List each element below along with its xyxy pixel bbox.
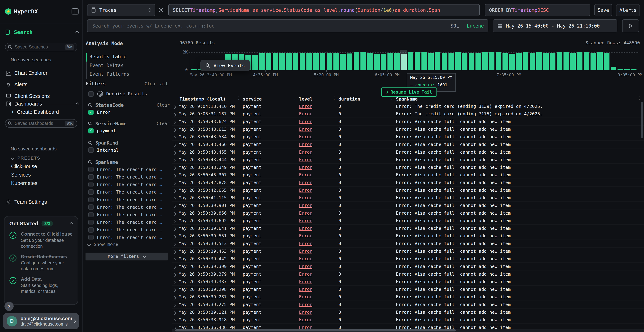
column-grip-icon[interactable]: ⋮ [332, 96, 336, 100]
row-expand-chevron-icon[interactable] [174, 182, 176, 185]
get-started-item[interactable]: Connect to ClickHouseSet up your databas… [10, 231, 73, 249]
checkbox-unchecked[interactable] [88, 204, 94, 210]
chevron-up-icon[interactable] [70, 222, 73, 225]
table-row[interactable]: May 26 8:50:39.275 PMpaymentError0Error:… [172, 301, 644, 308]
filter-option[interactable]: Error [88, 109, 170, 116]
filter-option[interactable]: Error: The credit card … [88, 196, 170, 203]
histogram-chart[interactable] [191, 51, 638, 70]
filter-option[interactable]: Error: The credit card … [88, 166, 170, 173]
filter-option[interactable]: Error: The credit card … [88, 188, 170, 196]
table-row[interactable]: May 26 8:50:43.349 PMpaymentError0Error:… [172, 164, 644, 171]
row-expand-chevron-icon[interactable] [174, 242, 176, 246]
checkbox-unchecked[interactable] [88, 182, 94, 187]
checkbox-unchecked[interactable] [88, 212, 94, 218]
run-query-button[interactable] [622, 19, 639, 32]
filter-option[interactable]: payment [88, 127, 170, 134]
table-row[interactable]: May 26 8:50:39.513 PMpaymentError0Error:… [172, 240, 644, 248]
column-grip-icon[interactable]: ⋮ [236, 96, 240, 100]
checkbox-unchecked[interactable] [88, 220, 94, 225]
row-expand-chevron-icon[interactable] [174, 189, 176, 193]
help-button[interactable]: ? [4, 302, 14, 311]
table-row[interactable]: May 26 9:04:18.410 PMpaymentError0Error:… [172, 103, 644, 110]
sidebar-item-chart-explorer[interactable]: Chart Explorer [5, 69, 78, 77]
table-row[interactable]: May 26 8:50:42.655 PMpaymentError0Error:… [172, 186, 644, 194]
view-events-button[interactable]: View Events [200, 60, 250, 71]
save-button[interactable]: Save [594, 4, 612, 16]
source-select[interactable]: Traces [87, 4, 155, 16]
horizontal-scrollbar[interactable] [175, 329, 456, 331]
get-started-item[interactable]: Create Data SourcesConfigure where your … [10, 254, 73, 272]
table-row[interactable]: May 26 8:50:42.878 PMpaymentError0Error:… [172, 179, 644, 186]
clear-all-link[interactable]: Clear all [144, 82, 168, 86]
table-row[interactable]: May 26 8:50:39.692 PMpaymentError0Error:… [172, 217, 644, 225]
column-header-duration[interactable]: ⋮duration [332, 95, 389, 103]
checkbox-unchecked[interactable] [88, 227, 94, 232]
row-expand-chevron-icon[interactable] [174, 326, 176, 329]
resume-live-tail-button[interactable]: ⚡ Resume Live Tail [381, 88, 437, 97]
table-row[interactable]: May 26 8:50:39.298 PMpaymentError0Error:… [172, 286, 644, 293]
analysis-mode-results-table[interactable]: Results Table [90, 52, 126, 61]
sidebar-item-client-sessions[interactable]: Client Sessions [5, 92, 78, 100]
denoise-checkbox[interactable] [88, 91, 94, 96]
filter-option[interactable]: Error: The credit card … [88, 181, 170, 188]
get-started-item[interactable]: Add DataStart sending logs, metrics, or … [10, 276, 73, 294]
row-expand-chevron-icon[interactable] [174, 105, 176, 109]
row-expand-chevron-icon[interactable] [174, 174, 176, 178]
search-bar[interactable]: SQL | Lucene [87, 19, 488, 32]
row-expand-chevron-icon[interactable] [174, 128, 176, 132]
table-row[interactable]: May 26 8:50:39.337 PMpaymentError0Error:… [172, 278, 644, 286]
column-grip-icon[interactable]: ⋮ [638, 96, 642, 100]
table-row[interactable]: May 26 9:03:31.187 PMpaymentError0Error:… [172, 110, 644, 118]
analysis-mode-event-deltas[interactable]: Event Deltas [90, 61, 124, 70]
filter-option[interactable]: Error: The credit card … [88, 219, 170, 226]
lang-toggle-sql[interactable]: SQL [450, 23, 459, 28]
preset-services[interactable]: Services [11, 172, 31, 178]
table-row[interactable]: May 26 8:50:43.444 PMpaymentError0Error:… [172, 156, 644, 164]
more-filters-button[interactable]: More filters [86, 252, 168, 260]
row-expand-chevron-icon[interactable] [174, 113, 176, 117]
checkbox-unchecked[interactable] [88, 235, 94, 240]
row-expand-chevron-icon[interactable] [174, 281, 176, 284]
table-row[interactable]: May 26 8:50:36.436 PMpaymentError0Error:… [172, 324, 644, 329]
row-expand-chevron-icon[interactable] [174, 144, 176, 147]
sidebar-item-search[interactable]: Search [5, 29, 78, 36]
checkbox-unchecked[interactable] [88, 167, 94, 172]
column-header-timestamp-local-[interactable]: Timestamp (Local) [172, 95, 236, 103]
create-dashboard-button[interactable]: + Create Dashboard [11, 108, 78, 116]
table-row[interactable]: May 26 8:50:39.641 PMpaymentError0Error:… [172, 225, 644, 232]
sql-select-input[interactable]: SELECT Timestamp, ServiceName as service… [168, 4, 480, 16]
presets-toggle[interactable]: PRESETS [12, 156, 40, 161]
user-menu[interactable]: D dale@clickhouse.com dale@clickhouse.co… [3, 313, 79, 329]
table-row[interactable]: May 26 8:50:43.624 PMpaymentError0Error:… [172, 118, 644, 126]
saved-dashboards-input[interactable]: Saved Dashboards ⌘K [5, 119, 77, 128]
row-expand-chevron-icon[interactable] [174, 159, 176, 162]
sidebar-collapse-icon[interactable] [72, 8, 78, 14]
row-expand-chevron-icon[interactable] [174, 220, 176, 223]
table-row[interactable]: May 26 8:50:43.455 PMpaymentError0Error:… [172, 148, 644, 156]
preset-clickhouse[interactable]: ClickHouse [11, 164, 37, 170]
analysis-mode-event-patterns[interactable]: Event Patterns [90, 70, 129, 78]
table-row[interactable]: May 26 8:50:41.115 PMpaymentError0Error:… [172, 194, 644, 202]
preset-kubernetes[interactable]: Kubernetes [11, 180, 38, 186]
filter-option[interactable]: Internal [88, 147, 170, 154]
table-row[interactable]: May 26 8:50:39.399 PMpaymentError0Error:… [172, 263, 644, 270]
checkbox-unchecked[interactable] [88, 190, 94, 195]
row-expand-chevron-icon[interactable] [174, 204, 176, 208]
row-expand-chevron-icon[interactable] [174, 273, 176, 277]
row-expand-chevron-icon[interactable] [174, 311, 176, 315]
search-icon[interactable] [88, 103, 92, 107]
row-expand-chevron-icon[interactable] [174, 304, 176, 307]
row-expand-chevron-icon[interactable] [174, 151, 176, 155]
row-expand-chevron-icon[interactable] [174, 250, 176, 254]
row-expand-chevron-icon[interactable] [174, 166, 176, 170]
table-row[interactable]: May 26 8:50:39.856 PMpaymentError0Error:… [172, 210, 644, 217]
clear-filter-link[interactable]: Clear [157, 121, 170, 126]
checkbox-unchecked[interactable] [88, 148, 94, 153]
checkbox-checked[interactable] [88, 128, 94, 134]
clear-filter-link[interactable]: Clear [157, 103, 170, 108]
search-icon[interactable] [88, 140, 92, 145]
show-more-link[interactable]: Show more [88, 242, 118, 247]
row-expand-chevron-icon[interactable] [174, 288, 176, 292]
row-expand-chevron-icon[interactable] [174, 235, 176, 238]
sidebar-item-team-settings[interactable]: Team Settings [5, 198, 78, 206]
